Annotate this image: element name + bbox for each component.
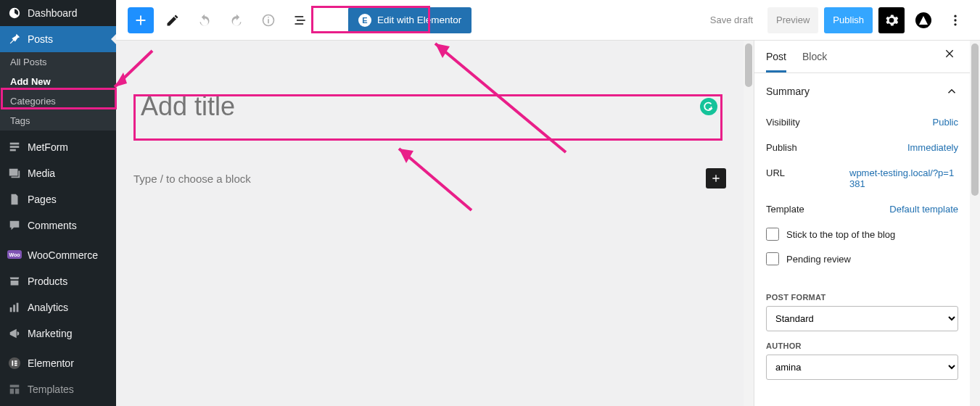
svg-rect-8 xyxy=(17,303,19,312)
sidebar-item-comments[interactable]: Comments xyxy=(0,212,116,239)
sidebar-item-templates[interactable]: Templates xyxy=(0,376,116,402)
sidebar-item-woocommerce[interactable]: Woo WooCommerce xyxy=(0,242,116,268)
extra-plugin-button[interactable] xyxy=(910,7,936,33)
preview-button[interactable]: Preview xyxy=(767,7,818,33)
url-label: URL xyxy=(766,167,785,189)
comments-icon xyxy=(7,218,22,233)
outline-icon xyxy=(293,13,308,28)
sidebar-label: Dashboard xyxy=(28,7,78,19)
save-draft-button[interactable]: Save draft xyxy=(701,7,762,33)
post-format-heading: POST FORMAT xyxy=(754,283,970,306)
undo-icon xyxy=(197,13,212,28)
media-icon xyxy=(7,166,22,181)
template-label: Template xyxy=(766,204,804,215)
svg-rect-15 xyxy=(10,389,14,394)
panel-scrollbar[interactable] xyxy=(970,41,980,406)
triangle-icon xyxy=(915,12,932,29)
plus-icon xyxy=(133,12,149,28)
post-title-input[interactable] xyxy=(133,84,726,129)
redo-button[interactable] xyxy=(223,7,250,33)
block-prompt-text[interactable]: Type / to choose a block xyxy=(133,173,251,185)
form-icon xyxy=(7,140,22,154)
grammarly-icon[interactable] xyxy=(700,98,717,115)
sidebar-item-metform[interactable]: MetForm xyxy=(0,134,116,160)
visibility-value[interactable]: Public xyxy=(933,117,958,128)
settings-panel: Post Block Summary Visibility Public Pub… xyxy=(754,41,970,406)
pending-review-checkbox[interactable]: Pending review xyxy=(766,246,958,271)
svg-point-24 xyxy=(954,14,956,17)
analytics-icon xyxy=(7,300,22,315)
pin-icon xyxy=(7,32,22,46)
pages-icon xyxy=(7,192,22,207)
templates-icon xyxy=(7,382,22,397)
editor-canvas[interactable]: Type / to choose a block xyxy=(116,41,744,406)
outline-button[interactable] xyxy=(287,7,313,33)
tab-block[interactable]: Block xyxy=(802,41,827,72)
visibility-label: Visibility xyxy=(766,117,800,128)
svg-rect-12 xyxy=(15,362,17,364)
svg-rect-2 xyxy=(10,149,16,152)
svg-text:Woo: Woo xyxy=(9,252,20,257)
sidebar-item-products[interactable]: Products xyxy=(0,268,116,294)
sidebar-item-all-posts[interactable]: All Posts xyxy=(0,52,116,72)
canvas-scrollbar[interactable] xyxy=(744,41,754,406)
author-heading: AUTHOR xyxy=(754,331,970,355)
svg-point-25 xyxy=(954,19,956,21)
kebab-icon xyxy=(948,13,963,28)
sidebar-item-categories[interactable]: Categories xyxy=(0,91,116,111)
sidebar-item-analytics[interactable]: Analytics xyxy=(0,294,116,320)
summary-section-toggle[interactable]: Summary xyxy=(754,73,970,109)
edit-mode-button[interactable] xyxy=(160,7,186,33)
svg-rect-6 xyxy=(10,307,12,312)
sidebar-item-dashboard[interactable]: Dashboard xyxy=(0,0,116,26)
tab-post[interactable]: Post xyxy=(766,41,786,72)
edit-with-elementor-button[interactable]: E Edit with Elementor xyxy=(348,7,472,33)
template-value[interactable]: Default template xyxy=(889,204,958,215)
close-panel-button[interactable] xyxy=(941,48,958,65)
svg-rect-7 xyxy=(13,304,15,312)
sidebar-item-elementor[interactable]: Elementor xyxy=(0,350,116,376)
gear-icon xyxy=(884,13,899,28)
svg-rect-14 xyxy=(10,385,20,388)
elementor-icon xyxy=(7,356,22,370)
svg-rect-13 xyxy=(15,365,17,366)
more-options-button[interactable] xyxy=(942,7,968,33)
add-block-inline-button[interactable] xyxy=(706,168,726,188)
url-value[interactable]: wpmet-testing.local/?p=1381 xyxy=(849,167,958,189)
publish-label: Publish xyxy=(766,142,797,153)
sidebar-item-pages[interactable]: Pages xyxy=(0,186,116,212)
sidebar-label: Posts xyxy=(28,33,53,45)
admin-sidebar: Dashboard Posts All Posts Add New Catego… xyxy=(0,0,116,406)
sidebar-item-add-new[interactable]: Add New xyxy=(0,72,116,91)
svg-rect-0 xyxy=(10,143,20,145)
info-icon xyxy=(261,13,276,28)
undo-button[interactable] xyxy=(192,7,218,33)
sidebar-item-media[interactable]: Media xyxy=(0,160,116,186)
post-format-select[interactable]: Standard xyxy=(766,306,958,331)
svg-rect-20 xyxy=(295,16,304,17)
stick-top-checkbox[interactable]: Stick to the top of the blog xyxy=(766,222,958,246)
woocommerce-icon: Woo xyxy=(7,248,22,262)
svg-rect-1 xyxy=(10,146,20,148)
author-select[interactable]: amina xyxy=(766,355,958,380)
sidebar-item-tags[interactable]: Tags xyxy=(0,111,116,130)
pencil-icon xyxy=(165,13,180,28)
redo-icon xyxy=(229,13,244,28)
editor-topbar: E Edit with Elementor Save draft Preview… xyxy=(116,0,980,41)
close-icon xyxy=(944,48,955,59)
svg-rect-22 xyxy=(295,23,304,25)
sidebar-posts-submenu: All Posts Add New Categories Tags xyxy=(0,52,116,130)
publish-value[interactable]: Immediately xyxy=(907,142,958,153)
sidebar-item-marketing[interactable]: Marketing xyxy=(0,320,116,347)
sidebar-item-posts[interactable]: Posts xyxy=(0,26,116,52)
dashboard-icon xyxy=(7,6,22,20)
chevron-up-icon xyxy=(945,85,958,98)
info-button[interactable] xyxy=(255,7,281,33)
svg-point-3 xyxy=(11,170,13,173)
settings-button[interactable] xyxy=(878,7,905,33)
svg-rect-10 xyxy=(12,360,13,365)
add-block-button[interactable] xyxy=(128,7,154,33)
svg-rect-21 xyxy=(297,20,305,21)
publish-button[interactable]: Publish xyxy=(824,7,873,33)
elementor-badge-icon: E xyxy=(358,14,371,27)
